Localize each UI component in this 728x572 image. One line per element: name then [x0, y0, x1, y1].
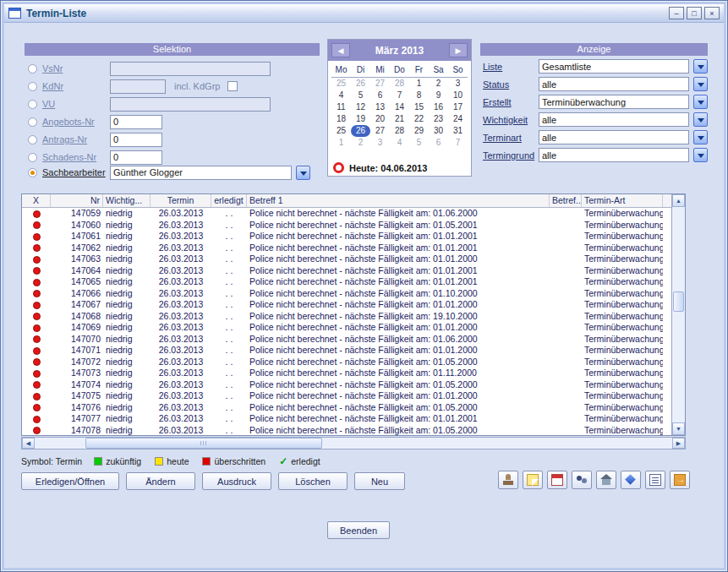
ausdruck-button[interactable]: Ausdruck	[202, 472, 271, 490]
anzeige-label-wichtigkeit[interactable]: Wichtigkeit	[483, 115, 539, 125]
home-button[interactable]	[596, 471, 616, 489]
erledigen-oeffnen-button[interactable]: Erledigen/Öffnen	[21, 472, 119, 490]
vu-input[interactable]	[110, 97, 271, 112]
diamond-button[interactable]	[621, 471, 641, 489]
vertical-scrollbar[interactable]	[671, 194, 685, 435]
antrags-label[interactable]: Antrags-Nr	[42, 134, 110, 144]
horizontal-scrollbar[interactable]	[21, 437, 686, 449]
table-row[interactable]: 147061niedrig26.03.2013. .Police nicht b…	[22, 231, 671, 242]
maximize-button[interactable]: □	[687, 7, 702, 19]
column-header-betreff2[interactable]: Betref...	[550, 194, 582, 207]
calendar-day[interactable]: 3	[370, 137, 390, 149]
calendar-day[interactable]: 12	[351, 101, 370, 113]
table-row[interactable]: 147062niedrig26.03.2013. .Police nicht b…	[22, 242, 671, 254]
calendar-day[interactable]: 5	[409, 137, 429, 149]
column-header-termin-art[interactable]: Termin-Art	[582, 194, 663, 207]
sachbearbeiter-dropdown-button[interactable]	[296, 166, 310, 180]
antrags-input[interactable]	[110, 133, 162, 147]
schadens-input[interactable]	[110, 150, 162, 165]
anzeige-label-liste[interactable]: Liste	[483, 62, 539, 72]
column-header-wichtigkeit[interactable]: Wichtig...	[103, 194, 151, 207]
calendar-day[interactable]: 29	[409, 125, 429, 137]
kdnr-label[interactable]: KdNr	[42, 81, 110, 91]
table-row[interactable]: 147073niedrig26.03.2013. .Police nicht b…	[22, 368, 671, 379]
column-header-symbol[interactable]: X	[22, 194, 51, 207]
vsnr-radio[interactable]	[28, 64, 37, 74]
table-row[interactable]: 147071niedrig26.03.2013. .Police nicht b…	[22, 345, 671, 357]
loeschen-button[interactable]: Löschen	[278, 472, 348, 490]
kdgrp-checkbox[interactable]	[227, 81, 238, 91]
vertical-scroll-track[interactable]	[672, 207, 685, 422]
terminart-dropdown-button[interactable]	[693, 130, 708, 144]
table-row[interactable]: 147068niedrig26.03.2013. .Police nicht b…	[22, 311, 671, 323]
calendar-day[interactable]: 14	[390, 101, 409, 113]
calendar-day[interactable]: 25	[331, 125, 351, 137]
calendar-day[interactable]: 15	[409, 101, 429, 113]
calendar-day[interactable]: 24	[448, 113, 468, 125]
status-dropdown-button[interactable]	[693, 77, 708, 91]
calendar-day[interactable]: 31	[448, 125, 468, 137]
schadens-label[interactable]: Schadens-Nr	[42, 152, 110, 162]
calendar-day[interactable]: 9	[429, 90, 448, 101]
anzeige-combo-erstellt[interactable]: Terminüberwachung	[539, 95, 689, 109]
calendar-day[interactable]: 1	[409, 78, 429, 90]
termingrund-dropdown-button[interactable]	[693, 148, 708, 162]
table-row[interactable]: 147070niedrig26.03.2013. .Police nicht b…	[22, 334, 671, 346]
wichtigkeit-dropdown-button[interactable]	[693, 112, 708, 127]
column-header-betreff[interactable]: Betreff 1	[247, 194, 550, 207]
anzeige-combo-liste[interactable]: Gesamtliste	[539, 59, 689, 74]
vsnr-input[interactable]	[110, 62, 271, 76]
calendar-day[interactable]: 7	[390, 90, 409, 101]
table-row[interactable]: 147074niedrig26.03.2013. .Police nicht b…	[22, 379, 671, 391]
calendar-day[interactable]: 2	[429, 78, 448, 90]
table-row[interactable]: 147076niedrig26.03.2013. .Police nicht b…	[22, 402, 671, 414]
antrags-radio[interactable]	[28, 135, 37, 144]
title-bar[interactable]: Termin-Liste – □ ×	[4, 4, 724, 23]
vu-radio[interactable]	[28, 100, 37, 109]
calendar-day[interactable]: 11	[331, 101, 351, 113]
liste-dropdown-button[interactable]	[693, 59, 708, 74]
calendar-day[interactable]: 17	[448, 101, 468, 113]
calendar-day[interactable]: 6	[429, 137, 448, 149]
horizontal-scroll-thumb[interactable]	[85, 438, 322, 449]
exit-button[interactable]	[670, 471, 690, 489]
calendar-day[interactable]: 25	[331, 78, 351, 90]
calendar-day[interactable]: 16	[429, 101, 448, 113]
calendar-day[interactable]: 26	[351, 78, 370, 90]
table-row[interactable]: 147075niedrig26.03.2013. .Police nicht b…	[22, 390, 671, 402]
table-row[interactable]: 147069niedrig26.03.2013. .Police nicht b…	[22, 322, 671, 334]
kdnr-input[interactable]	[110, 79, 166, 94]
table-row[interactable]: 147065niedrig26.03.2013. .Police nicht b…	[22, 276, 671, 288]
beenden-button[interactable]: Beenden	[327, 521, 390, 539]
table-row[interactable]: 147067niedrig26.03.2013. .Police nicht b…	[22, 299, 671, 311]
table-row[interactable]: 147078niedrig26.03.2013. .Police nicht b…	[22, 425, 671, 436]
calendar-day[interactable]: 10	[448, 90, 468, 101]
contacts-button[interactable]	[572, 471, 592, 489]
anzeige-label-terminart[interactable]: Terminart	[483, 133, 539, 143]
scroll-left-button[interactable]	[22, 438, 35, 449]
table-row[interactable]: 147064niedrig26.03.2013. .Police nicht b…	[22, 265, 671, 277]
calendar-day[interactable]: 7	[448, 137, 468, 149]
calendar-day[interactable]: 30	[429, 125, 448, 137]
calendar-day[interactable]: 19	[351, 113, 370, 125]
schadens-radio[interactable]	[28, 153, 37, 162]
scroll-right-button[interactable]	[672, 438, 685, 449]
table-row[interactable]: 147060niedrig26.03.2013. .Police nicht b…	[22, 220, 671, 232]
close-button[interactable]: ×	[704, 7, 720, 19]
calendar-day[interactable]: 27	[370, 78, 390, 90]
calendar-day[interactable]: 21	[390, 113, 409, 125]
column-header-erledigt[interactable]: erledigt	[211, 194, 247, 207]
calendar-next-month-button[interactable]	[449, 43, 468, 57]
calendar-day[interactable]: 8	[409, 90, 429, 101]
neu-button[interactable]: Neu	[354, 472, 405, 490]
sachbearbeiter-input[interactable]	[110, 166, 292, 180]
calendar-day[interactable]: 22	[409, 113, 429, 125]
horizontal-scroll-track[interactable]	[35, 438, 672, 449]
calendar-day[interactable]: 6	[370, 90, 390, 101]
vu-label[interactable]: VU	[42, 99, 110, 109]
column-header-termin[interactable]: Termin	[151, 194, 211, 207]
calendar-day[interactable]: 28	[390, 125, 409, 137]
calendar-day[interactable]: 13	[370, 101, 390, 113]
stamp-button[interactable]	[498, 471, 518, 489]
sachbearbeiter-label[interactable]: Sachbearbeiter	[42, 167, 110, 177]
